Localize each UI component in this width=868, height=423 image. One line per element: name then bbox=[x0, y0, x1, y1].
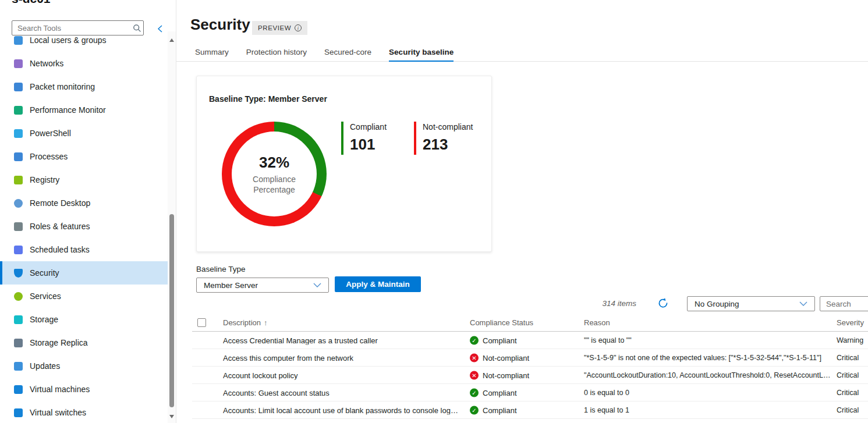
column-header-description[interactable]: Description↑ bbox=[223, 318, 268, 327]
virtual-switches-icon bbox=[14, 408, 23, 417]
chevron-left-icon bbox=[157, 24, 164, 33]
search-tools-input[interactable] bbox=[12, 24, 130, 33]
scroll-up-icon[interactable] bbox=[169, 38, 174, 42]
sidebar-item-packet-monitoring[interactable]: Packet monitoring bbox=[0, 75, 168, 98]
sidebar-item-processes[interactable]: Processes bbox=[0, 145, 168, 168]
baseline-summary-card: Baseline Type: Member Server 32% Complia… bbox=[196, 76, 492, 252]
column-header-reason[interactable]: Reason bbox=[584, 318, 610, 327]
sidebar-item-services[interactable]: Services bbox=[0, 285, 168, 308]
tab-secured-core[interactable]: Secured-core bbox=[324, 48, 371, 62]
sidebar-nav-list: Local users & groups Networks Packet mon… bbox=[0, 29, 168, 423]
apply-maintain-button[interactable]: Apply & Maintain bbox=[335, 276, 421, 292]
updates-icon bbox=[14, 362, 23, 371]
refresh-button[interactable] bbox=[656, 296, 670, 310]
sidebar-item-performance-monitor[interactable]: Performance Monitor bbox=[0, 98, 168, 122]
sidebar-item-storage-replica[interactable]: Storage Replica bbox=[0, 331, 168, 354]
tab-summary[interactable]: Summary bbox=[195, 48, 229, 62]
performance-monitor-icon bbox=[14, 106, 23, 115]
storage-replica-icon bbox=[14, 339, 23, 347]
legend-color-bar bbox=[341, 122, 343, 155]
local-users-groups-icon bbox=[14, 36, 23, 45]
column-header-compliance-status[interactable]: Compliance Status bbox=[470, 318, 533, 327]
host-title: s-dc01 bbox=[12, 0, 51, 6]
sidebar-item-virtual-machines[interactable]: Virtual machines bbox=[0, 378, 168, 401]
compliance-percentage-value: 32% bbox=[259, 154, 289, 172]
baseline-type-select[interactable]: Member Server bbox=[196, 278, 329, 293]
baseline-card-title: Baseline Type: Member Server bbox=[209, 94, 327, 104]
items-count: 314 items bbox=[578, 299, 636, 308]
sidebar-item-powershell[interactable]: PowerShell bbox=[0, 122, 168, 145]
scroll-down-icon[interactable] bbox=[169, 415, 174, 418]
virtual-machines-icon bbox=[14, 385, 23, 394]
sidebar-item-virtual-switches[interactable]: Virtual switches bbox=[0, 401, 168, 423]
baseline-type-label: Baseline Type bbox=[196, 265, 246, 273]
donut-legend-item: Compliant 101 bbox=[341, 122, 387, 155]
security-shield-icon bbox=[14, 269, 23, 278]
grouping-select[interactable]: No Grouping bbox=[687, 296, 815, 311]
table-row[interactable]: Accounts: Guest account status Compliant… bbox=[192, 384, 868, 401]
refresh-icon bbox=[657, 297, 669, 309]
tools-sidebar: Local users & groups Networks Packet mon… bbox=[0, 0, 176, 423]
windows-admin-center-app: s-dc01 Local users & groups bbox=[0, 0, 868, 423]
sidebar-item-roles-features[interactable]: Roles & features bbox=[0, 215, 168, 238]
networks-icon bbox=[14, 59, 23, 68]
tab-security-baseline[interactable]: Security baseline bbox=[389, 48, 454, 62]
sidebar-item-updates[interactable]: Updates bbox=[0, 354, 168, 378]
table-header: Description↑ Compliance Status Reason Se… bbox=[192, 316, 868, 332]
x-circle-icon bbox=[470, 371, 479, 379]
select-all-checkbox[interactable] bbox=[197, 318, 206, 327]
table-row[interactable]: Access Credential Manager as a trusted c… bbox=[192, 332, 868, 349]
tab-strip: Summary Protection history Secured-core … bbox=[195, 48, 454, 62]
compliance-percentage-caption: Compliance Percentage bbox=[253, 174, 296, 195]
table-row[interactable]: Account lockout policy Not-compliant "Ac… bbox=[192, 367, 868, 384]
registry-icon bbox=[14, 176, 23, 184]
sort-ascending-icon: ↑ bbox=[264, 318, 268, 327]
sidebar-item-networks[interactable]: Networks bbox=[0, 52, 168, 75]
table-row[interactable]: Access this computer from the network No… bbox=[192, 349, 868, 367]
sidebar-scrollbar[interactable] bbox=[168, 31, 176, 423]
services-gear-icon bbox=[14, 292, 23, 301]
sidebar-item-registry[interactable]: Registry bbox=[0, 168, 168, 191]
remote-desktop-icon bbox=[14, 199, 23, 208]
x-circle-icon bbox=[470, 353, 479, 362]
storage-icon bbox=[14, 315, 23, 324]
powershell-icon bbox=[14, 129, 23, 138]
sidebar-item-security[interactable]: Security bbox=[0, 261, 168, 285]
donut-legend-item: Not-compliant 213 bbox=[414, 122, 473, 155]
table-body: Access Credential Manager as a trusted c… bbox=[192, 332, 868, 419]
collapse-sidebar-button[interactable] bbox=[154, 22, 166, 35]
main-content: Security PREVIEW Summary Protection hist… bbox=[176, 0, 868, 423]
info-icon[interactable] bbox=[295, 24, 302, 31]
roles-features-icon bbox=[14, 222, 23, 231]
sidebar-item-storage[interactable]: Storage bbox=[0, 308, 168, 331]
search-icon bbox=[130, 24, 143, 33]
chevron-down-icon bbox=[799, 301, 807, 306]
legend-color-bar bbox=[414, 122, 416, 155]
check-circle-icon bbox=[470, 406, 479, 414]
page-title: Security bbox=[190, 16, 250, 34]
table-search-input[interactable] bbox=[820, 296, 868, 311]
scheduled-tasks-icon bbox=[14, 246, 23, 254]
check-circle-icon bbox=[470, 336, 479, 344]
check-circle-icon bbox=[470, 388, 479, 397]
table-row[interactable]: Accounts: Limit local account use of bla… bbox=[192, 401, 868, 419]
preview-badge: PREVIEW bbox=[252, 21, 307, 35]
packet-monitoring-icon bbox=[14, 83, 23, 91]
processes-icon bbox=[14, 152, 23, 161]
chevron-down-icon bbox=[313, 283, 321, 287]
sidebar-item-scheduled-tasks[interactable]: Scheduled tasks bbox=[0, 238, 168, 261]
sidebar-scrollbar-thumb[interactable] bbox=[169, 214, 174, 407]
search-tools-box bbox=[12, 20, 144, 35]
sidebar-item-remote-desktop[interactable]: Remote Desktop bbox=[0, 191, 168, 215]
compliance-donut-chart: 32% Compliance Percentage bbox=[222, 122, 327, 226]
tab-protection-history[interactable]: Protection history bbox=[246, 48, 307, 62]
column-header-severity[interactable]: Severity bbox=[837, 318, 864, 327]
